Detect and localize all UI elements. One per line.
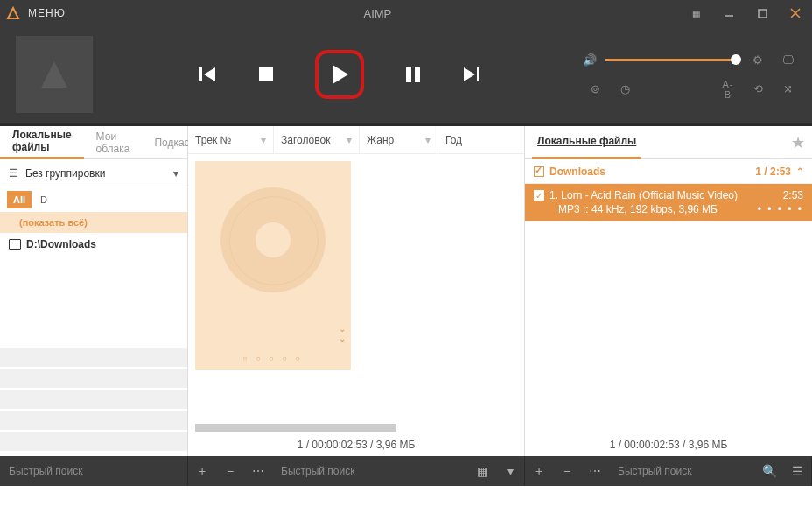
checkbox-icon[interactable] [534,166,544,177]
filter-icon[interactable]: ▾ [346,134,352,146]
disc-icon [220,187,326,292]
show-all-link[interactable]: (показать всё) [0,212,187,233]
folder-item[interactable]: D:\Downloads [0,233,187,256]
track-info: MP3 :: 44 kHz, 192 kbps, 3,96 МБ [558,203,718,215]
remove-button[interactable]: − [216,456,244,486]
collapse-icon[interactable]: ⌃ [796,166,803,176]
playlist-add-button[interactable]: + [525,456,553,486]
filter-d[interactable]: D [32,191,56,208]
search-mid[interactable]: Быстрый поиск [272,465,468,477]
title-bar: МЕНЮ AIMP ▦ [0,0,812,26]
close-button[interactable] [779,0,812,26]
tab-clouds[interactable]: Мои облака [84,126,143,159]
repeat-icon[interactable]: ⟲ [749,82,766,95]
stop-button[interactable] [257,66,275,83]
playlist-count: 1 / 2:53 [755,165,791,178]
track-title: 1. Lorn - Acid Rain (Official Music Vide… [550,189,738,201]
right-status: 1 / 00:00:02:53 / 3,96 МБ [525,433,812,456]
rating-dots: ○ ○ ○ ○ ○ [195,355,351,363]
svg-rect-6 [406,67,411,82]
player-panel: 🔊 ⚙ 🖵 ⊚ ◷ A-B ⟲ ⤨ [0,26,812,123]
mid-pane: Трек №▾ Заголовок▾ Жанр▾ Год ⌄⌄ ○ ○ ○ ○ … [188,126,525,456]
playlist-tab-local[interactable]: Локальные файлы [532,126,641,159]
search-right[interactable]: Быстрый поиск [609,465,755,477]
playlist-remove-button[interactable]: − [553,456,581,486]
next-button[interactable] [462,65,481,84]
search-icon[interactable]: 🔍 [755,456,783,486]
search-left[interactable]: Быстрый поиск [0,465,187,477]
volume-icon: 🔊 [581,53,598,67]
album-card[interactable]: ⌄⌄ ○ ○ ○ ○ ○ [195,161,351,370]
pause-button[interactable] [404,65,422,84]
track-rating: • • • • • [758,203,803,215]
window-buttons: ▦ [679,0,812,26]
right-pane: Локальные файлы ★ Downloads 1 / 2:53 ⌃ ✓… [525,126,812,456]
playlist-more-button[interactable]: ⋯ [581,456,609,486]
folder-label: D:\Downloads [26,238,96,250]
track-row[interactable]: ✓ 1. Lorn - Acid Rain (Official Music Vi… [525,184,812,221]
volume-control[interactable]: 🔊 [581,53,737,67]
window-title: AIMP [76,7,679,20]
menu-button[interactable]: МЕНЮ [26,7,76,19]
album-grid: ⌄⌄ ○ ○ ○ ○ ○ [188,154,524,421]
favorite-icon[interactable]: ★ [791,133,805,152]
left-pane: Локальные файлы Мои облака Подкасты ☰ Бе… [0,126,188,456]
play-button-highlight [315,50,364,99]
col-title[interactable]: Заголовок▾ [274,126,360,154]
col-year[interactable]: Год [438,126,524,154]
filter-all[interactable]: All [7,191,32,208]
clock-icon[interactable]: ◷ [616,82,634,95]
bottom-bar: Быстрый поиск + − ⋯ Быстрый поиск ▦ ▾ + … [0,456,812,486]
view-menu-button[interactable]: ▾ [496,456,524,486]
playlist-tabs: Локальные файлы ★ [525,126,812,159]
display-icon[interactable]: 🖵 [779,53,796,67]
app-logo-icon [0,0,26,26]
h-scrollbar[interactable] [188,421,524,433]
grouping-selector[interactable]: ☰ Без группировки ▾ [0,159,187,187]
ab-repeat-button[interactable]: A-B [719,79,737,100]
mid-status: 1 / 00:00:02:53 / 3,96 МБ [188,433,524,456]
empty-rows [0,256,187,456]
add-button[interactable]: + [188,456,216,486]
shuffle-icon[interactable]: ⤨ [779,82,796,95]
chevron-down-icon: ▾ [173,167,178,180]
alpha-filter: All D [0,187,187,212]
source-tabs: Локальные файлы Мои облака Подкасты [0,126,187,159]
hamburger-icon: ☰ [9,167,18,180]
equalizer-icon[interactable]: ⚙ [749,53,766,67]
track-checkbox[interactable]: ✓ [534,190,544,201]
filter-icon[interactable]: ▾ [425,134,430,146]
previous-button[interactable] [198,65,217,84]
grouping-label: Без группировки [25,167,166,180]
playlist-name: Downloads [550,165,606,178]
maximize-button[interactable] [746,0,779,26]
col-track[interactable]: Трек №▾ [188,126,274,154]
column-headers: Трек №▾ Заголовок▾ Жанр▾ Год [188,126,524,154]
broadcast-icon[interactable]: ⊚ [586,82,604,95]
view-grid-button[interactable]: ▦ [468,456,496,486]
track-duration: 2:53 [783,189,803,201]
minimize-button[interactable] [712,0,746,26]
svg-rect-7 [415,67,420,82]
album-art[interactable] [16,36,93,113]
svg-rect-1 [759,10,766,18]
expand-icon[interactable]: ⌄⌄ [339,324,346,343]
filter-icon[interactable]: ▾ [261,134,266,146]
playlist-header[interactable]: Downloads 1 / 2:53 ⌃ [525,159,812,184]
layout-grid-button[interactable]: ▦ [679,0,712,26]
main-body: Локальные файлы Мои облака Подкасты ☰ Бе… [0,126,812,456]
menu-icon[interactable]: ☰ [783,456,811,486]
col-genre[interactable]: Жанр▾ [360,126,438,154]
svg-rect-4 [200,67,202,81]
svg-rect-8 [477,67,480,81]
right-controls: 🔊 ⚙ 🖵 ⊚ ◷ A-B ⟲ ⤨ [569,50,796,100]
svg-rect-5 [259,67,273,81]
seek-bar[interactable] [0,123,812,126]
folder-icon [9,239,21,250]
tab-local-files[interactable]: Локальные файлы [0,126,84,159]
volume-slider[interactable] [606,59,737,61]
playback-controls [110,50,569,99]
play-button[interactable] [328,63,351,86]
more-button[interactable]: ⋯ [244,456,272,486]
